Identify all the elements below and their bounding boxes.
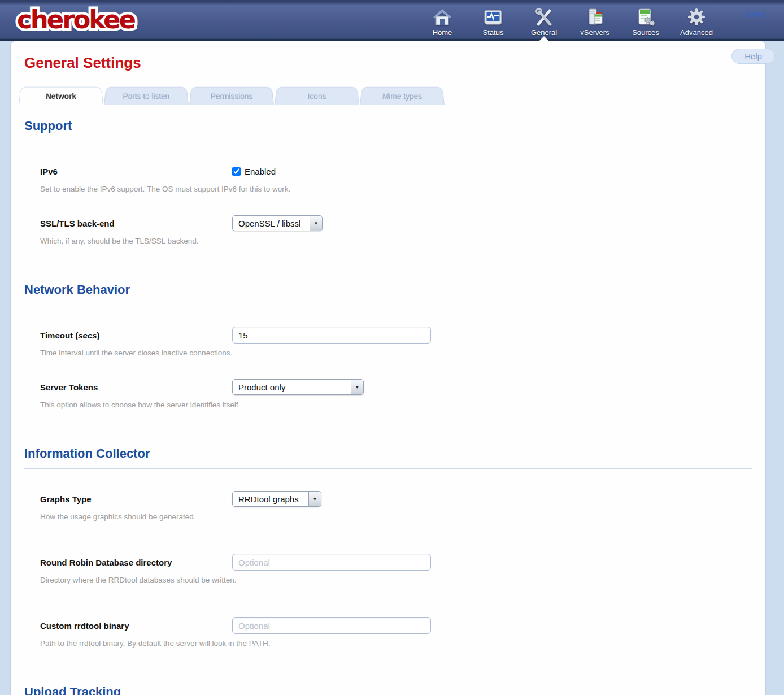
main-nav: Home Status General: [417, 0, 722, 39]
section-title-support: Support: [24, 119, 752, 141]
tab-icons[interactable]: Icons: [275, 87, 359, 105]
field-row-rrd-directory: Round Robin Database directory Directory…: [24, 554, 752, 584]
cherokee-logo: cherokee: [17, 5, 134, 34]
ipv6-checkbox-label: Enabled: [245, 167, 276, 176]
vservers-icon: [585, 7, 605, 28]
field-label: Server Tokens: [40, 383, 232, 392]
save-link[interactable]: Save: [745, 9, 765, 19]
nav-item-vservers[interactable]: vServers: [569, 0, 620, 39]
tools-icon: [534, 7, 554, 28]
field-row-ipv6: IPv6 Enabled Set to enable the IPv6 supp…: [24, 163, 752, 193]
field-label: IPv6: [40, 167, 232, 176]
gear-icon: [686, 7, 707, 28]
field-row-timeout: Timeout (secs) Time interval until the s…: [24, 327, 752, 357]
field-description: This option allows to choose how the ser…: [40, 401, 752, 409]
field-row-rrdtool-binary: Custom rrdtool binary Path to the rrdtoo…: [24, 617, 752, 648]
rrd-directory-input[interactable]: [232, 554, 431, 571]
field-row-graphs-type: Graphs Type RRDtool graphs ▼ How the usa…: [24, 490, 752, 521]
chevron-down-icon: ▼: [308, 492, 321, 506]
settings-form: Support IPv6 Enabled Set to enable the I…: [11, 119, 765, 695]
selected-value: Product only: [233, 383, 351, 392]
field-description: Path to the rrdtool binary. By default t…: [40, 639, 752, 648]
tab-ports-to-listen[interactable]: Ports to listen: [104, 87, 189, 105]
label-text: ): [97, 331, 100, 340]
sources-icon: [635, 7, 656, 28]
nav-item-general[interactable]: General: [519, 0, 569, 39]
status-icon: [483, 7, 503, 28]
home-icon: [432, 7, 452, 28]
label-text-italic: secs: [78, 331, 97, 340]
selected-value: OpenSSL / libssl: [233, 219, 310, 228]
ssl-backend-select[interactable]: OpenSSL / libssl ▼: [232, 215, 323, 231]
server-tokens-select[interactable]: Product only ▼: [232, 379, 364, 395]
nav-item-home[interactable]: Home: [417, 0, 468, 39]
nav-item-label: Sources: [632, 28, 659, 37]
field-row-ssl-backend: SSL/TLS back-end OpenSSL / libssl ▼ Whic…: [24, 215, 752, 245]
help-button[interactable]: Help: [731, 49, 775, 64]
field-label: Graphs Type: [40, 494, 232, 504]
field-label: SSL/TLS back-end: [40, 219, 232, 228]
rrdtool-binary-input[interactable]: [232, 617, 431, 634]
section-title-upload-tracking: Upload Tracking: [24, 685, 752, 695]
tab-bar: Network Ports to listen Permissions Icon…: [11, 86, 765, 105]
chevron-down-icon: ▼: [351, 380, 363, 394]
selected-value: RRDtool graphs: [233, 494, 308, 504]
label-text: Timeout (: [40, 331, 78, 340]
field-description: Set to enable the IPv6 support. The OS m…: [40, 185, 752, 193]
timeout-input[interactable]: [232, 327, 431, 344]
nav-item-label: Status: [483, 28, 504, 37]
nav-item-label: Advanced: [680, 28, 713, 37]
field-label: Timeout (secs): [40, 331, 232, 340]
tab-permissions[interactable]: Permissions: [189, 87, 274, 105]
graphs-type-select[interactable]: RRDtool graphs ▼: [232, 491, 321, 507]
field-description: Directory where the RRDtool databases sh…: [40, 576, 752, 584]
tab-network[interactable]: Network: [19, 87, 103, 105]
nav-item-advanced[interactable]: Advanced: [671, 0, 722, 39]
tab-mime-types[interactable]: Mime types: [360, 87, 445, 105]
page-title: General Settings: [11, 41, 765, 72]
field-row-server-tokens: Server Tokens Product only ▼ This option…: [24, 379, 752, 409]
ipv6-checkbox[interactable]: [232, 167, 241, 176]
field-label: Round Robin Database directory: [40, 558, 232, 567]
field-description: How the usage graphics should be generat…: [40, 512, 752, 521]
nav-item-label: Home: [433, 28, 452, 37]
content-panel: Help General Settings Network Ports to l…: [10, 41, 766, 695]
nav-item-status[interactable]: Status: [468, 0, 519, 39]
section-title-network-behavior: Network Behavior: [24, 283, 752, 305]
nav-item-label: General: [531, 28, 557, 37]
chevron-down-icon: ▼: [310, 216, 322, 231]
nav-item-sources[interactable]: Sources: [620, 0, 671, 39]
nav-item-label: vServers: [580, 28, 609, 37]
app-header: cherokee Home Status General: [0, 0, 784, 41]
field-label: Custom rrdtool binary: [40, 621, 232, 631]
field-description: Which, if any, should be the TLS/SSL bac…: [40, 237, 752, 245]
section-title-information-collector: Information Collector: [24, 446, 752, 469]
field-description: Time interval until the server closes in…: [40, 349, 752, 357]
